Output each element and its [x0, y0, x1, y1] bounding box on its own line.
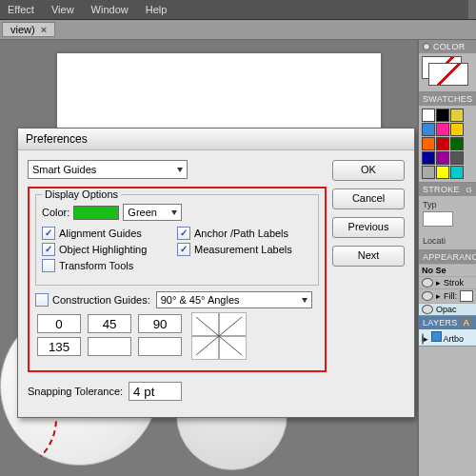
angle-3-input[interactable]	[37, 337, 81, 356]
construction-label: Construction Guides:	[52, 294, 150, 306]
panel-dock: COLOR SWATCHES STROKEG Typ Locati APPEAR…	[418, 40, 476, 476]
appearance-panel[interactable]: APPEARANCE No Se ▸Strok ▸Fill: Opac	[419, 250, 476, 316]
swatch[interactable]	[422, 109, 435, 122]
swatch-grid	[419, 106, 476, 182]
color-panel[interactable]: COLOR	[419, 40, 476, 92]
swatch[interactable]	[450, 137, 464, 150]
previous-button[interactable]: Previous	[332, 217, 405, 238]
chevron-down-icon	[302, 298, 307, 303]
swatch[interactable]	[450, 166, 464, 179]
app-opac-label: Opac	[436, 305, 457, 314]
angle-1-input[interactable]	[88, 314, 131, 333]
dialog-title: Preferences	[18, 129, 414, 150]
menu-help[interactable]: Help	[146, 4, 168, 15]
menu-bar: Effect View Window Help	[0, 0, 476, 20]
angle-preview-icon	[191, 312, 247, 360]
swatch[interactable]	[422, 151, 435, 165]
preferences-dialog: Preferences Smart Guides Display Options…	[17, 128, 415, 418]
caret-icon: ▸	[424, 334, 428, 344]
swatches-title: SWATCHES	[423, 94, 472, 104]
panel-kick	[467, 0, 476, 19]
tab-label: view)	[10, 24, 35, 35]
section-value: Smart Guides	[32, 164, 96, 175]
layers-title: LAYERS	[423, 318, 458, 327]
transform-label: Transform Tools	[59, 260, 133, 271]
none-fill-icon[interactable]	[422, 56, 462, 79]
ok-button[interactable]: OK	[332, 160, 405, 181]
chevron-down-icon	[177, 168, 183, 172]
snap-label: Snapping Tolerance:	[28, 386, 123, 397]
layers-a[interactable]: A	[461, 318, 472, 327]
chevron-down-icon	[171, 210, 177, 215]
swatch[interactable]	[422, 166, 435, 179]
swatch[interactable]	[436, 166, 449, 179]
measure-label: Measurement Labels	[194, 244, 292, 255]
eye-icon[interactable]	[422, 278, 433, 288]
document-tab[interactable]: view) ×	[2, 22, 55, 37]
caret-icon: ▸	[436, 278, 441, 288]
stroke-g: G	[466, 186, 472, 194]
stroke-panel[interactable]: STROKEG Typ Locati	[419, 183, 476, 250]
app-fill-label: Fill:	[444, 291, 457, 301]
stroke-loc-label: Locati	[423, 236, 472, 246]
menu-view[interactable]: View	[51, 4, 74, 15]
stroke-title: STROKE	[423, 185, 460, 194]
construction-checkbox[interactable]	[35, 293, 49, 307]
swatch[interactable]	[436, 151, 449, 165]
document-tab-bar: view) ×	[0, 20, 476, 40]
swatch[interactable]	[450, 151, 464, 165]
angle-5-input[interactable]	[138, 337, 182, 356]
fill-chip[interactable]	[460, 290, 473, 302]
highlight-label: Object Highlighting	[59, 244, 147, 255]
cancel-button[interactable]: Cancel	[332, 188, 405, 209]
transform-checkbox[interactable]	[42, 259, 55, 272]
alignment-label: Alignment Guides	[59, 228, 142, 239]
display-options-group: Display Options Color: Green Alignment G…	[35, 194, 319, 286]
close-icon[interactable]: ×	[41, 24, 47, 35]
angles-value: 90° & 45° Angles	[161, 294, 240, 306]
anchor-checkbox[interactable]	[177, 227, 190, 240]
stroke-type-label: Typ	[423, 200, 472, 209]
measure-checkbox[interactable]	[177, 243, 190, 256]
app-nosel: No Se	[422, 266, 446, 275]
eye-icon[interactable]	[422, 291, 433, 301]
swatch[interactable]	[422, 137, 435, 150]
alignment-checkbox[interactable]	[42, 227, 55, 240]
appearance-title: APPEARANCE	[423, 252, 476, 262]
anchor-label: Anchor /Path Labels	[194, 228, 288, 239]
stroke-swatch[interactable]	[423, 211, 453, 227]
snap-input[interactable]	[129, 382, 182, 401]
angles-dropdown[interactable]: 90° & 45° Angles	[156, 291, 312, 308]
caret-icon: ▸	[436, 291, 441, 301]
color-dropdown[interactable]: Green	[123, 204, 182, 221]
menu-effect[interactable]: Effect	[8, 4, 34, 15]
layers-panel[interactable]: LAYERSA ▸ Artbo	[419, 316, 476, 347]
eye-icon[interactable]	[422, 305, 433, 314]
color-value: Green	[128, 207, 157, 218]
section-dropdown[interactable]: Smart Guides	[28, 160, 188, 179]
app-stroke-label: Strok	[444, 278, 464, 288]
swatch[interactable]	[450, 109, 464, 122]
angle-2-input[interactable]	[138, 314, 182, 333]
swatch[interactable]	[436, 137, 449, 150]
swatch[interactable]	[450, 123, 464, 136]
swatch[interactable]	[422, 123, 435, 136]
color-label: Color:	[42, 207, 69, 218]
color-swatch	[73, 206, 119, 220]
swatch[interactable]	[436, 109, 449, 122]
layer-item-label[interactable]: Artbo	[444, 334, 465, 344]
color-panel-title: COLOR	[433, 42, 466, 51]
display-options-legend: Display Options	[42, 188, 121, 200]
dot-icon	[423, 43, 430, 50]
workspace: Preferences Smart Guides Display Options…	[0, 40, 476, 476]
highlighted-region: Display Options Color: Green Alignment G…	[28, 187, 327, 372]
highlight-checkbox[interactable]	[42, 243, 55, 256]
menu-window[interactable]: Window	[91, 4, 129, 15]
swatch[interactable]	[436, 123, 449, 136]
angle-4-input[interactable]	[88, 337, 131, 356]
swatches-panel[interactable]: SWATCHES	[419, 92, 476, 183]
next-button[interactable]: Next	[332, 246, 405, 267]
angle-inputs	[35, 312, 184, 358]
angle-0-input[interactable]	[37, 314, 81, 333]
dialog-buttons: OK Cancel Previous Next	[332, 160, 405, 267]
